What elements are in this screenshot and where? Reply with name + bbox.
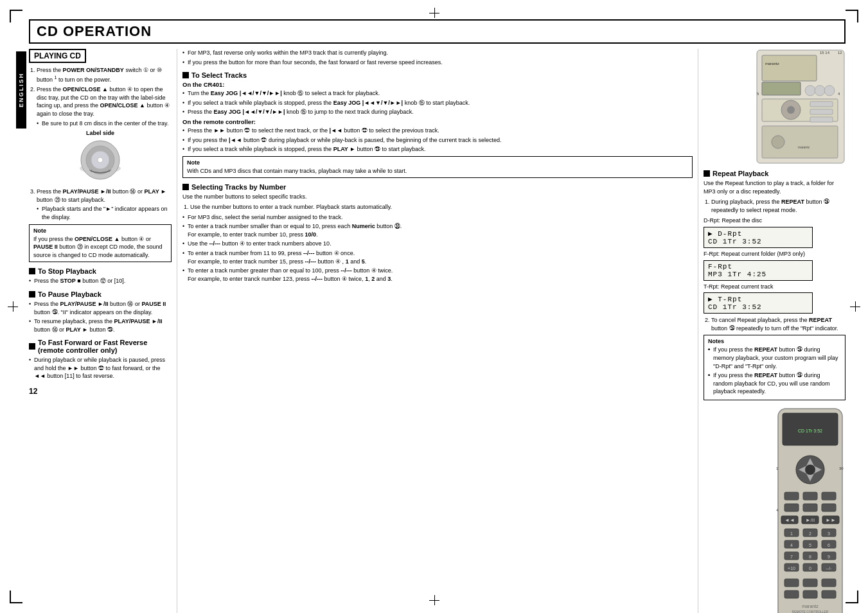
svg-rect-16 — [810, 109, 833, 114]
to-stop-text: Press the STOP ■ button ⑫ or [10]. — [29, 277, 172, 285]
svg-text:►/II: ►/II — [806, 517, 815, 523]
cr401-1: Turn the Easy JOG |◄◄/▼/▼/►►| knob ⑮ to … — [182, 89, 693, 98]
device-top-svg: marantz — [756, 49, 846, 164]
to-ff-fr-heading: To Fast Forward or Fast Reverse(remote c… — [29, 339, 172, 354]
svg-text:REMOTE CONTROLLER: REMOTE CONTROLLER — [792, 610, 829, 613]
svg-point-14 — [787, 106, 795, 114]
svg-rect-36 — [822, 492, 836, 500]
to-stop-title: To Stop Playback — [38, 267, 96, 275]
svg-text:◄◄: ◄◄ — [784, 517, 795, 523]
svg-text:--/-: --/- — [826, 566, 833, 571]
select-tracks-heading: To Select Tracks — [182, 71, 693, 79]
main-content: ENGLISH CD OPERATION PLAYING CD Press th… — [0, 0, 868, 613]
svg-text:30: 30 — [839, 466, 844, 470]
remote-svg: CD 1Tr 3:52 — [775, 405, 846, 613]
svg-text:►►: ►► — [826, 517, 836, 523]
svg-text:+10: +10 — [788, 566, 795, 571]
svg-rect-8 — [762, 82, 801, 95]
sq-select-tracks — [182, 72, 189, 78]
middle-intro-2: If you press the button for more than fo… — [182, 58, 693, 67]
svg-rect-37 — [784, 504, 799, 511]
sq-repeat — [704, 170, 710, 177]
svg-point-4 — [98, 157, 103, 163]
by-number-b5: To enter a track number greater than or … — [182, 267, 693, 283]
by-number-b1: For MP3 disc, select the serial number a… — [182, 213, 693, 222]
corner-mark-tr — [846, 10, 858, 22]
notes-repeat-2: • If you press the REPEAT button ㉖ durin… — [708, 371, 841, 396]
language-label: ENGLISH — [16, 51, 26, 129]
cr401-3: Press the Easy JOG |◄◄/▼/▼/►►| knob ⑮ to… — [182, 108, 693, 116]
note-box-open-close: Note If you press the OPEN/CLOSE ▲ butto… — [29, 224, 172, 263]
by-number-intro: Use the number buttons to select specifi… — [182, 193, 693, 201]
repeat-step1: During playback, press the REPEAT button… — [711, 198, 846, 214]
svg-point-33 — [805, 465, 815, 475]
step-1: Press the POWER ON/STANDBY switch ① or ⑩… — [37, 66, 172, 84]
repeat-playback-heading: Repeat Playback — [704, 170, 846, 177]
cr401-2: If you select a track while playback is … — [182, 99, 693, 107]
svg-text:marantz: marantz — [765, 62, 779, 66]
svg-rect-6 — [762, 55, 817, 81]
svg-rect-17 — [810, 117, 833, 122]
svg-rect-35 — [803, 492, 817, 500]
pause-bullet-1: Press the PLAY/PAUSE ►/II button ⑭ or PA… — [29, 300, 172, 316]
label-side-area: Label side — [29, 130, 172, 185]
svg-text:0: 0 — [809, 566, 811, 571]
col-left: PLAYING CD Press the POWER ON/STANDBY sw… — [29, 49, 177, 613]
to-pause-title: To Pause Playback — [38, 290, 102, 298]
svg-text:CD  1Tr  3:52: CD 1Tr 3:52 — [798, 429, 822, 433]
svg-rect-15 — [810, 102, 833, 107]
middle-intro-1: For MP3, fast reverse only works within … — [182, 49, 693, 57]
playing-cd-title-box: PLAYING CD — [29, 49, 86, 63]
content-columns: PLAYING CD Press the POWER ON/STANDBY sw… — [29, 49, 846, 613]
corner-mark-br — [846, 591, 858, 603]
remote-1: Press the ►► button ㉒ to select the next… — [182, 127, 693, 135]
playing-cd-title: PLAYING CD — [34, 51, 81, 60]
notes-box-repeat: Notes • If you press the REPEAT button ㉖… — [704, 335, 846, 400]
svg-point-19 — [772, 136, 784, 148]
remote-2: If you press the |◄◄ button ㉒ during pla… — [182, 136, 693, 145]
page-title: CD OPERATION — [37, 23, 838, 40]
sq-stop — [29, 268, 35, 274]
svg-text:3: 3 — [828, 531, 830, 536]
note-box-text: If you press the OPEN/CLOSE ▲ button ④ o… — [33, 235, 167, 260]
svg-point-9 — [805, 85, 815, 96]
svg-text:8: 8 — [809, 555, 811, 559]
svg-text:marantz: marantz — [802, 604, 819, 609]
on-remote-label: On the remote controller: — [182, 118, 693, 125]
to-stop-heading: To Stop Playback — [29, 267, 172, 275]
cd-disc-svg — [78, 138, 123, 182]
corner-mark-bl — [10, 591, 22, 603]
note-box-tracks: Note With CDs and MP3 discs that contain… — [182, 156, 693, 179]
sq-by-number — [182, 184, 189, 190]
text-area: CD OPERATION PLAYING CD Press the POWER … — [29, 19, 852, 594]
svg-text:12: 12 — [838, 51, 842, 55]
selecting-by-number-title: Selecting Tracks by Number — [191, 183, 286, 191]
by-number-b2: To enter a track number smaller than or … — [182, 222, 693, 238]
svg-text:2: 2 — [809, 531, 811, 536]
repeat-playback-title: Repeat Playback — [713, 170, 768, 177]
repeat-step2: To cancel Repeat playback, press the REP… — [711, 316, 846, 332]
step3-note: Playback starts and the "►" indicator ap… — [37, 205, 172, 221]
col-right: marantz — [698, 49, 846, 613]
ff-fr-bullet: During playback or while playback is pau… — [29, 356, 172, 380]
by-number-step1: Use the number buttons to enter a track … — [190, 203, 693, 211]
svg-text:15 14: 15 14 — [820, 51, 830, 55]
svg-rect-72 — [822, 579, 836, 587]
svg-rect-38 — [803, 504, 817, 511]
sq-ff-fr — [29, 343, 35, 350]
step-3: Press the PLAY/PAUSE ►/II button ⑭ or PL… — [37, 188, 172, 221]
svg-rect-74 — [803, 591, 817, 598]
d-rpt-display: ▶ D-Rpt CD 1Tr 3:52 — [704, 227, 813, 248]
svg-text:7: 7 — [790, 555, 793, 559]
d-rpt-label: D-Rpt: Repeat the disc — [704, 217, 846, 225]
svg-rect-39 — [822, 504, 836, 511]
label-side-text: Label side — [29, 130, 172, 136]
t-rpt-display: ▶ T-Rpt CD 1Tr 3:52 — [704, 292, 813, 314]
f-rpt-display: F-Rpt MP3 1Tr 4:25 — [704, 260, 813, 281]
pause-bullet-2: To resume playback, press the PLAY/PAUSE… — [29, 317, 172, 333]
to-ff-fr-title: To Fast Forward or Fast Reverse(remote c… — [38, 339, 147, 354]
t-rpt-label: T-Rpt: Repeat current track — [704, 283, 846, 291]
on-cr401-label: On the CR401: — [182, 81, 693, 88]
svg-text:4: 4 — [790, 543, 793, 547]
remote-3: If you select a track while playback is … — [182, 145, 693, 154]
